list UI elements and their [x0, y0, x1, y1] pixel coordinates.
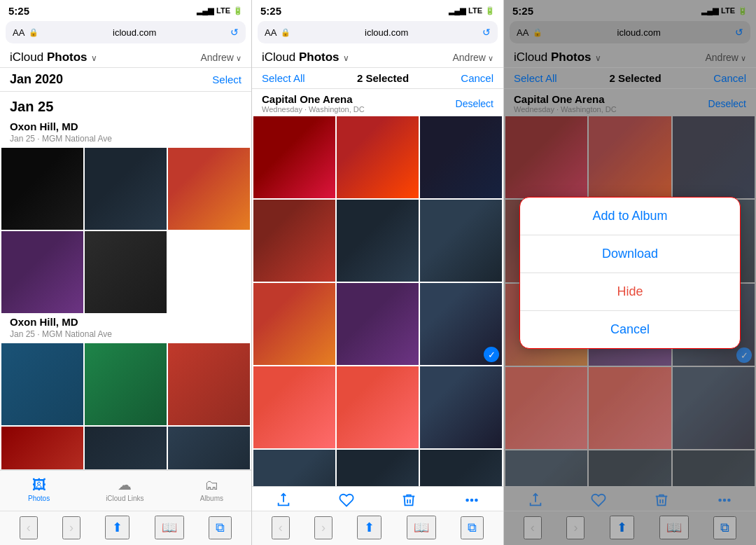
scroll-area-2[interactable]: ✓: [252, 115, 503, 486]
select-all-button-2[interactable]: Select All: [262, 72, 305, 84]
status-bar-1: 5:25 ▂▄▆ LTE 🔋: [0, 0, 251, 20]
photo-cell[interactable]: [253, 116, 335, 198]
trash-toolbar-btn-2[interactable]: [401, 492, 416, 508]
arena-sub-2: Wednesday · Washington, DC: [262, 105, 365, 113]
svg-point-2: [475, 499, 477, 502]
lock-icon-1: 🔒: [29, 28, 38, 37]
user-name-1: Andrew: [200, 52, 233, 63]
photo-cell-blank[interactable]: [168, 231, 250, 313]
aa-label-1: AA: [13, 27, 24, 38]
albums-icon: 🗂: [204, 477, 218, 493]
user-button-1[interactable]: Andrew ∨: [200, 52, 241, 63]
action-sheet-overlay[interactable]: Add to Album Download Hide Cancel: [504, 0, 756, 545]
photo-cell[interactable]: [1, 231, 83, 313]
lte-label-1: LTE: [216, 6, 230, 15]
photo-cell[interactable]: [168, 148, 250, 230]
photo-cell[interactable]: [85, 148, 167, 230]
photo-cell[interactable]: [337, 450, 419, 486]
hide-button[interactable]: Hide: [520, 273, 741, 311]
selected-count-2: 2 Selected: [357, 72, 409, 84]
user-button-2[interactable]: Andrew ∨: [452, 52, 493, 63]
back-button-1[interactable]: ‹: [20, 516, 38, 539]
refresh-icon-1[interactable]: ↺: [230, 27, 239, 38]
bottom-toolbar-2: [252, 486, 503, 511]
user-chevron-2: ∨: [486, 54, 493, 62]
address-bar-2[interactable]: AA 🔒 icloud.com ↺: [258, 21, 498, 43]
arena-name-2: Capital One Arena: [262, 93, 365, 105]
safari-nav-2: ‹ › ⬆ 📖 ⧉: [252, 511, 503, 545]
photo-cell[interactable]: [337, 200, 419, 282]
photo-cell[interactable]: [1, 343, 83, 425]
photo-cell[interactable]: [168, 343, 250, 425]
battery-icon-1: 🔋: [233, 6, 243, 15]
tab-photos[interactable]: 🖼 Photos: [21, 476, 57, 504]
photo-cell[interactable]: [420, 116, 502, 198]
download-button[interactable]: Download: [520, 235, 741, 273]
panel-2: 5:25 ▂▄▆ LTE 🔋 AA 🔒 icloud.com ↺ iCloud …: [252, 0, 504, 545]
address-bar-1[interactable]: AA 🔒 icloud.com ↺: [6, 21, 246, 43]
tab-icloud-links[interactable]: ☁ iCloud Links: [99, 475, 150, 504]
battery-icon-2: 🔋: [485, 6, 495, 15]
location-2-name: Oxon Hill, MD: [0, 313, 251, 329]
photo-cell[interactable]: [420, 200, 502, 282]
action-sheet: Add to Album Download Hide Cancel: [519, 197, 741, 349]
photo-cell[interactable]: [420, 366, 502, 448]
bookmarks-button-1[interactable]: 📖: [155, 516, 184, 539]
lock-icon-2: 🔒: [281, 28, 290, 37]
photo-cell[interactable]: Friend: Hey, is skyWF worth checking out…: [1, 427, 83, 469]
more-toolbar-btn-2[interactable]: [464, 492, 479, 508]
icloud-links-icon: ☁: [118, 476, 132, 493]
photo-cell[interactable]: [420, 450, 502, 486]
arena-info-2: Capital One Arena Wednesday · Washington…: [262, 93, 365, 113]
photo-cell[interactable]: ✓: [420, 283, 502, 365]
svg-point-1: [471, 499, 473, 502]
photo-cell[interactable]: [337, 283, 419, 365]
deselect-button-2[interactable]: Deselect: [456, 98, 493, 109]
location-2-sub: Jan 25 · MGM National Ave: [0, 329, 251, 343]
photo-cell[interactable]: [253, 450, 335, 486]
url-label-2: icloud.com: [295, 27, 478, 38]
header-chevron-2: ∨: [341, 53, 349, 63]
icloud-word: iCloud: [10, 50, 47, 64]
time-1: 5:25: [8, 5, 29, 17]
tabs-button-2[interactable]: ⧉: [461, 516, 484, 539]
tab-albums[interactable]: 🗂 Albums: [193, 476, 230, 504]
cancel-sheet-button[interactable]: Cancel: [520, 311, 741, 348]
icloud-title-2[interactable]: iCloud Photos ∨: [262, 50, 349, 64]
scroll-area-1[interactable]: Jan 25 Oxon Hill, MD Jan 25 · MGM Nation…: [0, 92, 251, 469]
forward-button-2[interactable]: ›: [314, 516, 332, 539]
lte-label-2: LTE: [468, 6, 482, 15]
bookmarks-button-2[interactable]: 📖: [407, 516, 436, 539]
select-button-1[interactable]: Select: [212, 74, 241, 85]
icloud-title-1[interactable]: iCloud Photos ∨: [10, 50, 97, 64]
tabs-button-1[interactable]: ⧉: [209, 516, 232, 539]
photo-cell[interactable]: [1, 148, 83, 230]
heart-toolbar-btn-2[interactable]: [339, 492, 354, 508]
photo-grid-1a: [0, 148, 251, 313]
refresh-icon-2[interactable]: ↺: [482, 27, 491, 38]
selection-bar-2: Select All 2 Selected Cancel: [252, 68, 503, 89]
location-1-name: Oxon Hill, MD: [0, 118, 251, 134]
share-button-nav-2[interactable]: ⬆: [357, 516, 382, 539]
photo-cell[interactable]: [253, 200, 335, 282]
photo-cell[interactable]: [85, 343, 167, 425]
aa-label-2: AA: [265, 27, 276, 38]
panel-1: 5:25 ▂▄▆ LTE 🔋 AA 🔒 icloud.com ↺ iCloud …: [0, 0, 252, 545]
share-button-nav-1[interactable]: ⬆: [105, 516, 130, 539]
cancel-button-2[interactable]: Cancel: [461, 72, 493, 84]
forward-button-1[interactable]: ›: [62, 516, 80, 539]
add-to-album-button[interactable]: Add to Album: [520, 198, 741, 235]
photo-cell[interactable]: [253, 283, 335, 365]
photo-cell[interactable]: [253, 366, 335, 448]
share-toolbar-btn-2[interactable]: [276, 492, 291, 508]
panel-3-wrapper: 5:25 ▂▄▆ LTE 🔋 AA 🔒 icloud.com ↺ iCloud …: [504, 0, 756, 545]
icloud-header-2: iCloud Photos ∨ Andrew ∨: [252, 46, 503, 68]
tab-bar-1: 🖼 Photos ☁ iCloud Links 🗂 Albums: [0, 469, 251, 511]
photo-cell[interactable]: [85, 231, 167, 313]
photo-cell[interactable]: [85, 427, 167, 469]
photo-cell[interactable]: [337, 116, 419, 198]
back-button-2[interactable]: ‹: [272, 516, 290, 539]
photo-cell[interactable]: [337, 366, 419, 448]
photo-grid-2: ✓: [252, 115, 503, 486]
photo-cell[interactable]: Ummmm, your thoughts on with a National …: [168, 427, 250, 469]
